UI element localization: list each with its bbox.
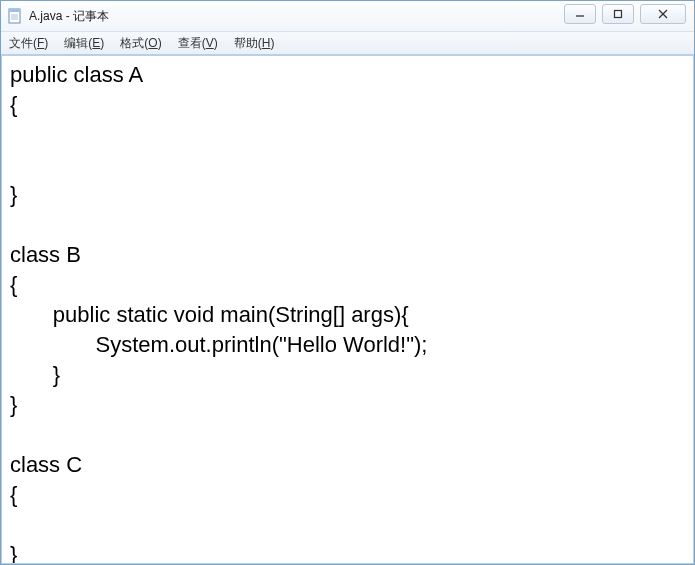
text-editor[interactable] xyxy=(2,56,693,563)
svg-rect-6 xyxy=(615,11,622,18)
window-controls xyxy=(564,4,686,24)
title-bar[interactable]: A.java - 记事本 xyxy=(1,1,694,32)
maximize-icon xyxy=(613,9,623,19)
menu-bar: 文件(F) 编辑(E) 格式(O) 查看(V) 帮助(H) xyxy=(1,32,694,55)
minimize-button[interactable] xyxy=(564,4,596,24)
minimize-icon xyxy=(575,9,585,19)
svg-rect-1 xyxy=(9,9,20,12)
editor-area xyxy=(1,55,694,564)
notepad-icon xyxy=(7,8,23,24)
close-icon xyxy=(657,9,669,19)
notepad-window: A.java - 记事本 文件(F) 编辑(E) 格式(O) 查看(V) 帮助(… xyxy=(0,0,695,565)
maximize-button[interactable] xyxy=(602,4,634,24)
menu-edit[interactable]: 编辑(E) xyxy=(56,32,112,54)
window-title: A.java - 记事本 xyxy=(29,8,109,25)
menu-file[interactable]: 文件(F) xyxy=(1,32,56,54)
menu-help[interactable]: 帮助(H) xyxy=(226,32,283,54)
close-button[interactable] xyxy=(640,4,686,24)
menu-view[interactable]: 查看(V) xyxy=(170,32,226,54)
menu-format[interactable]: 格式(O) xyxy=(112,32,169,54)
